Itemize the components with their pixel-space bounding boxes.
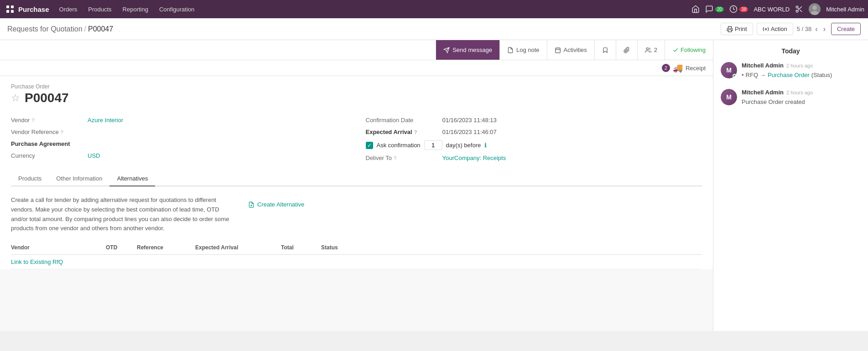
clock-icon-btn[interactable]: 38 [729,5,748,13]
user-avatar[interactable] [809,3,821,15]
message-time-2: 2 hours ago [786,90,813,95]
expected-arrival-help[interactable]: ? [414,129,417,135]
followers-icon [645,47,651,53]
prev-button[interactable]: ‹ [813,24,819,34]
home-icon-btn[interactable] [691,5,700,13]
vendor-help[interactable]: ? [31,118,34,123]
deliver-to-value[interactable]: YourCompany: Receipts [442,155,506,161]
pagination: 5 / 38 ‹ › [797,24,827,34]
status-change-1: • RFQ → Purchase Order (Status) [742,71,861,80]
log-note-button[interactable]: Log note [500,40,547,60]
svg-rect-3 [11,10,14,13]
chat-icon-btn[interactable]: 20 [705,5,724,13]
confirmation-date-row: Confirmation Date 01/16/2023 11:48:13 [366,114,702,126]
scissors-icon-btn[interactable] [795,5,803,13]
attachment-button[interactable] [616,40,638,60]
breadcrumb-separator: / [84,25,86,33]
bookmark-button[interactable] [595,40,616,60]
attachment-icon [624,47,630,53]
create-alternative-label: Create Alternative [257,201,304,208]
col-otd: OTD [106,244,133,251]
log-note-label: Log note [516,46,540,53]
svg-line-9 [798,8,799,9]
bullet-icon-1: • [742,71,744,80]
print-label: Print [735,26,747,32]
nav-orders[interactable]: Orders [55,4,82,15]
purchase-agreement-label: Purchase Agreement [11,140,84,147]
print-icon [727,26,733,32]
send-message-label: Send message [452,46,492,53]
table-header: Vendor OTD Reference Expected Arrival To… [11,241,702,255]
star-icon[interactable]: ☆ [11,92,20,104]
next-button[interactable]: › [821,24,827,34]
status-label-1: (Status) [811,71,832,80]
ask-confirmation-checkbox[interactable]: ✓ [366,142,373,149]
currency-label: Currency [11,152,84,159]
col-status: Status [321,244,358,251]
breadcrumb: Requests for Quotation / P00047 [7,25,113,33]
tab-alternatives[interactable]: Alternatives [109,171,155,186]
form-grid: Vendor ? Azure Interior Vendor Reference… [11,114,702,164]
deliver-to-help[interactable]: ? [394,155,396,161]
action-bar: Send message Log note Activities [0,40,713,60]
days-input[interactable] [424,140,442,150]
col-total: Total [281,244,317,251]
status-to-link[interactable]: Purchase Order [768,71,810,80]
top-navigation: Purchase Orders Products Reporting Confi… [0,0,868,18]
vendor-ref-help[interactable]: ? [61,129,63,135]
pagination-text: 5 / 38 [797,26,812,32]
currency-value[interactable]: USD [88,152,100,159]
vendor-ref-label: Vendor Reference ? [11,129,84,135]
action-label: Action [771,26,787,32]
svg-rect-1 [11,5,14,8]
svg-point-20 [646,47,649,50]
create-button[interactable]: Create [831,23,861,35]
vendor-value[interactable]: Azure Interior [88,117,123,124]
svg-rect-16 [555,48,560,53]
followers-count: 2 [654,46,657,53]
create-alternative-button[interactable]: Create Alternative [248,201,304,208]
expected-arrival-label: Expected Arrival ? [366,129,439,135]
alternatives-description: Create a call for tender by adding alter… [11,196,230,233]
message-content-1: Mitchell Admin 2 hours ago • RFQ → Purch… [742,62,861,80]
message-header-2: Mitchell Admin 2 hours ago [742,89,861,96]
arrow-icon-1: → [760,71,766,80]
chatter-title: Today [721,47,861,55]
info-icon[interactable]: ℹ [484,142,487,149]
receipt-count: 2 [662,64,670,72]
breadcrumb-parent[interactable]: Requests for Quotation [7,25,83,33]
app-name[interactable]: Purchase [18,5,49,13]
breadcrumb-current: P00047 [88,25,113,33]
order-title: ☆ P00047 [11,91,702,105]
avatar-1: M [721,62,737,78]
confirmation-date-value: 01/16/2023 11:48:13 [442,117,497,124]
tab-other-information[interactable]: Other Information [49,171,109,186]
tab-products[interactable]: Products [11,171,49,186]
order-type-label: Purchase Order [11,83,702,90]
form-area: 2 🚚 Receipt Purchase Order ☆ P00047 [0,60,713,331]
receipt-button[interactable]: 2 🚚 Receipt [662,63,706,73]
activities-icon [555,47,561,53]
nav-products[interactable]: Products [83,4,116,15]
svg-point-13 [765,28,767,30]
vendor-row: Vendor ? Azure Interior [11,114,348,126]
message-author-2: Mitchell Admin [742,89,784,96]
ask-confirmation-label: Ask confirmation [377,142,421,149]
svg-point-10 [812,5,817,10]
chatter-sidebar: Today M Mitchell Admin 2 hours ago • RFQ… [713,40,868,331]
print-button[interactable]: Print [721,23,753,35]
app-menu-icon[interactable] [4,3,16,15]
svg-rect-2 [6,10,9,13]
action-button[interactable]: Action [757,23,793,35]
message-content-2: Mitchell Admin 2 hours ago Purchase Orde… [742,89,861,107]
nav-configuration[interactable]: Configuration [155,4,199,15]
following-button[interactable]: Following [665,40,713,60]
nav-reporting[interactable]: Reporting [118,4,153,15]
followers-button[interactable]: 2 [638,40,665,60]
send-message-button[interactable]: Send message [436,40,500,60]
message-body-2: Purchase Order created [742,98,861,107]
expected-arrival-row: Expected Arrival ? 01/16/2023 11:46:07 [366,126,702,138]
activities-button[interactable]: Activities [547,40,595,60]
user-name[interactable]: Mitchell Admin [826,6,864,13]
link-to-existing-rfq[interactable]: Link to Existing RfQ [11,258,102,265]
